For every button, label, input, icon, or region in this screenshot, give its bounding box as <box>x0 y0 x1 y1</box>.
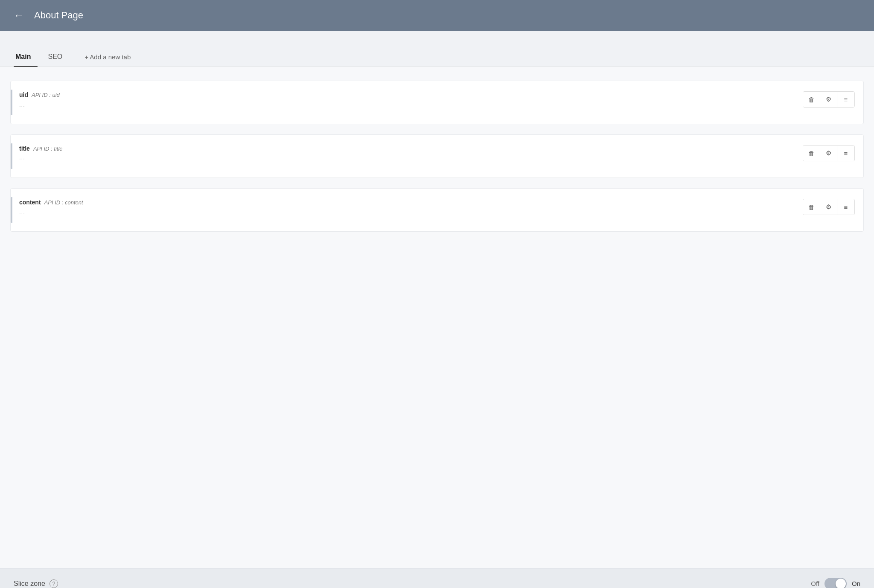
delete-button-content[interactable]: 🗑 <box>803 199 820 215</box>
field-actions-title: 🗑 ⚙ ≡ <box>803 145 855 161</box>
field-preview-uid: ... <box>19 102 60 108</box>
drag-button-title[interactable]: ≡ <box>837 146 854 161</box>
field-actions-content: 🗑 ⚙ ≡ <box>803 199 855 215</box>
field-api-content: API ID : content <box>44 199 83 206</box>
field-left-content: content API ID : content ... <box>11 197 83 223</box>
field-preview-title: ··· <box>19 155 63 162</box>
drag-icon-title: ≡ <box>844 150 848 157</box>
drag-icon-uid: ≡ <box>844 96 848 103</box>
field-left-title: title API ID : title ··· <box>11 143 63 169</box>
field-header-uid: uid API ID : uid <box>19 91 60 98</box>
field-api-uid: API ID : uid <box>32 92 60 98</box>
settings-button-content[interactable]: ⚙ <box>820 199 837 215</box>
toggle-on-label: On <box>852 580 860 587</box>
toggle-off-label: Off <box>811 580 819 587</box>
header: ← About Page <box>0 0 874 31</box>
settings-button-title[interactable]: ⚙ <box>820 146 837 161</box>
drag-button-uid[interactable]: ≡ <box>837 92 854 107</box>
tabs-bar: Main SEO + Add a new tab <box>0 48 874 67</box>
field-name-uid: uid <box>19 91 28 98</box>
tab-seo[interactable]: SEO <box>46 48 71 67</box>
field-info-content: content API ID : content ... <box>19 197 83 217</box>
help-icon[interactable]: ? <box>50 579 58 588</box>
page-title: About Page <box>34 10 83 21</box>
field-border-uid <box>11 90 12 115</box>
toggle-thumb <box>836 579 846 588</box>
field-name-content: content <box>19 199 41 206</box>
field-card-title: title API ID : title ··· 🗑 ⚙ ≡ <box>10 134 864 178</box>
tab-add-new[interactable]: + Add a new tab <box>78 48 137 67</box>
main-panel: uid API ID : uid ... 🗑 ⚙ ≡ <box>0 67 874 568</box>
field-card-content: content API ID : content ... 🗑 ⚙ ≡ <box>10 188 864 232</box>
field-api-title: API ID : title <box>33 146 63 152</box>
slice-zone-bar: Slice zone ? Off On <box>0 568 874 588</box>
field-border-title <box>11 143 12 169</box>
delete-button-uid[interactable]: 🗑 <box>803 92 820 107</box>
field-header-title: title API ID : title <box>19 145 63 152</box>
gear-icon-title: ⚙ <box>826 149 831 157</box>
trash-icon-content: 🗑 <box>808 204 815 211</box>
tab-main[interactable]: Main <box>14 48 39 67</box>
back-button[interactable]: ← <box>14 9 24 21</box>
slice-zone-label: Slice zone <box>14 580 45 588</box>
toggle-track <box>824 578 847 588</box>
field-info-uid: uid API ID : uid ... <box>19 90 60 110</box>
field-left-uid: uid API ID : uid ... <box>11 90 60 115</box>
drag-icon-content: ≡ <box>844 204 848 211</box>
trash-icon-title: 🗑 <box>808 150 815 157</box>
field-preview-content: ... <box>19 209 83 215</box>
delete-button-title[interactable]: 🗑 <box>803 146 820 161</box>
field-name-title: title <box>19 145 30 152</box>
slice-zone-toggle[interactable] <box>824 578 847 588</box>
slice-zone-right: Off On <box>811 578 860 588</box>
back-arrow-icon: ← <box>14 9 24 21</box>
trash-icon-uid: 🗑 <box>808 96 815 103</box>
gear-icon-content: ⚙ <box>826 203 831 211</box>
field-border-content <box>11 197 12 223</box>
field-header-content: content API ID : content <box>19 199 83 206</box>
content-area: Main SEO + Add a new tab uid API ID : ui… <box>0 31 874 588</box>
slice-zone-left: Slice zone ? <box>14 579 58 588</box>
field-info-title: title API ID : title ··· <box>19 143 63 163</box>
gear-icon-uid: ⚙ <box>826 96 831 103</box>
field-card-uid: uid API ID : uid ... 🗑 ⚙ ≡ <box>10 81 864 124</box>
drag-button-content[interactable]: ≡ <box>837 199 854 215</box>
settings-button-uid[interactable]: ⚙ <box>820 92 837 107</box>
field-actions-uid: 🗑 ⚙ ≡ <box>803 91 855 108</box>
